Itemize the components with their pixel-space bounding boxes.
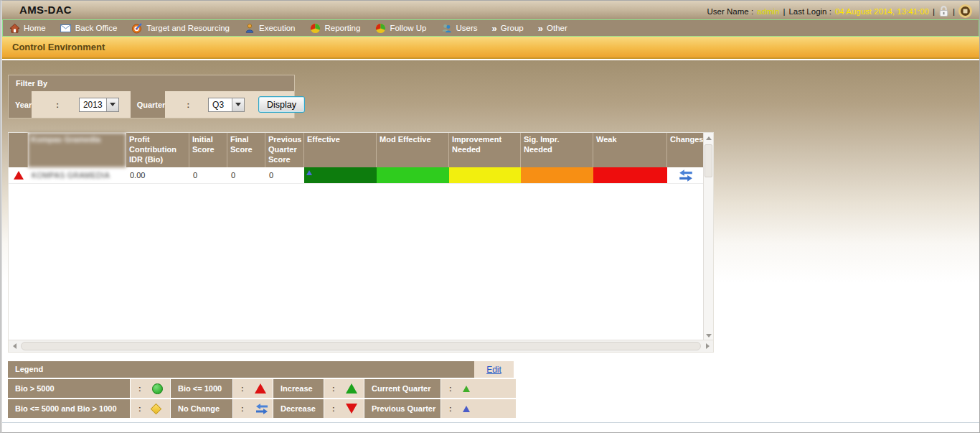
red-triangle-up-icon: [14, 171, 24, 180]
small-blue-triangle-icon: [306, 170, 312, 175]
separator: |: [953, 7, 955, 16]
legend-icon-cell: :: [131, 379, 170, 398]
horizontal-scrollbar[interactable]: [9, 340, 713, 352]
colon: :: [138, 384, 141, 393]
changes-cell: [667, 167, 704, 183]
pie-chart-icon: [374, 22, 386, 34]
menu-item-back-office[interactable]: Back Office: [60, 22, 118, 34]
company-name: KOMPAS GRAMEDIA: [32, 171, 110, 180]
legend-icon-cell: :: [441, 399, 516, 418]
legend-icon-cell: :: [233, 379, 273, 398]
column-header-weak: Weak: [593, 133, 667, 167]
colon: :: [332, 384, 335, 393]
colon: :: [56, 101, 59, 109]
content-area: Filter By Year : 2013 Quarter : Q3 Displ…: [2, 60, 979, 422]
user-name-label: User Name :: [707, 7, 754, 16]
legend-panel: Legend Edit Bio > 5000 : Bio <= 1000 : I…: [8, 361, 516, 418]
column-header-profit-contribution: Profit Contribution IDR (Bio): [126, 133, 189, 167]
vertical-scrollbar[interactable]: [703, 133, 713, 341]
small-blue-triangle-icon: [463, 406, 470, 412]
title-bar: AMS-DAC User Name : admin | Last Login :…: [2, 1, 979, 19]
menu-item-target-and-resourcing[interactable]: Target and Resourcing: [131, 22, 230, 34]
scroll-left-icon[interactable]: [9, 340, 20, 352]
logout-icon[interactable]: [958, 4, 972, 18]
users-icon: [441, 22, 453, 34]
home-icon: [9, 22, 20, 34]
improvement-needed-bar: [449, 167, 521, 183]
vertical-scrollbar-thumb[interactable]: [705, 144, 712, 177]
menu-label: Other: [547, 24, 567, 32]
mod-effective-bar: [377, 167, 449, 183]
colon: :: [332, 404, 335, 413]
separator: |: [783, 7, 785, 16]
blue-swap-arrows-icon: [678, 169, 694, 182]
last-login-label: Last Login :: [788, 7, 831, 16]
scroll-up-icon[interactable]: [704, 133, 713, 144]
column-header-final-score: Final Score: [227, 133, 265, 167]
table-header-row: Kompas Gramedia Profit Contribution IDR …: [9, 133, 704, 167]
filter-panel: Filter By Year : 2013 Quarter : Q3 Displ…: [8, 75, 295, 118]
menu-label: Execution: [259, 24, 296, 32]
colon: :: [241, 384, 244, 393]
menu-label: Home: [24, 24, 46, 32]
display-button[interactable]: Display: [258, 96, 305, 113]
results-table: Kompas Gramedia Profit Contribution IDR …: [8, 132, 714, 353]
main-menu: Home Back Office Target and Resourcing E…: [2, 19, 979, 37]
quarter-label: Quarter: [131, 91, 166, 118]
menu-item-execution[interactable]: Execution: [244, 22, 296, 34]
red-triangle-down-icon: [346, 404, 357, 414]
menu-label: Group: [501, 24, 524, 32]
legend-label-bio-gt-5000: Bio > 5000: [8, 379, 130, 398]
menu-label: Target and Resourcing: [146, 24, 230, 32]
colon: :: [241, 404, 244, 413]
chevron-down-icon[interactable]: [106, 98, 118, 111]
legend-icon-cell: :: [324, 399, 364, 418]
pie-chart-icon: [310, 22, 321, 34]
column-header-company-name: Kompas Gramedia: [28, 133, 126, 167]
edit-link[interactable]: Edit: [486, 365, 501, 375]
colon: :: [187, 101, 189, 109]
menu-item-reporting[interactable]: Reporting: [310, 22, 361, 34]
company-name-cell: KOMPAS GRAMEDIA: [28, 167, 126, 183]
effective-bar: [304, 167, 377, 183]
table-row[interactable]: KOMPAS GRAMEDIA 0.00 0 0 0: [9, 167, 704, 184]
profit-contribution-cell: 0.00: [126, 167, 189, 183]
column-header-improvement-needed: Improvement Needed: [449, 133, 521, 167]
horizontal-scrollbar-thumb[interactable]: [21, 342, 701, 350]
menu-item-home[interactable]: Home: [9, 22, 46, 34]
year-select[interactable]: 2013: [79, 98, 119, 112]
legend-label-current-quarter: Current Quarter: [364, 379, 440, 398]
menu-item-group[interactable]: » Group: [492, 23, 524, 34]
column-header-effective: Effective: [304, 133, 377, 167]
legend-label-bio-lte-1000: Bio <= 1000: [171, 379, 232, 398]
green-circle-icon: [152, 383, 163, 394]
chevron-down-icon[interactable]: [232, 98, 244, 111]
legend-icon-cell: :: [131, 399, 170, 418]
menu-item-users[interactable]: Users: [441, 22, 478, 34]
footer-strip: [2, 422, 979, 432]
legend-header: Legend Edit: [8, 361, 514, 378]
green-triangle-up-icon: [346, 383, 357, 394]
user-info: User Name : admin | Last Login : 04 Augu…: [707, 4, 972, 18]
legend-row: Bio <= 5000 and Bio > 1000 : No Change :…: [8, 399, 516, 418]
app-title: AMS-DAC: [19, 4, 72, 16]
page-title: Control Environment: [12, 42, 105, 52]
column-header-sig-impr-needed: Sig. Impr. Needed: [521, 133, 593, 167]
target-icon: [131, 22, 143, 34]
column-header-initial-score: Initial Score: [189, 133, 227, 167]
menu-label: Follow Up: [390, 24, 426, 32]
menu-label: Reporting: [325, 24, 361, 32]
column-header-previous-quarter-score: Previous Quarter Score: [265, 133, 304, 167]
year-select-value: 2013: [80, 98, 106, 111]
chevrons-icon: »: [538, 23, 543, 34]
filter-panel-title: Filter By: [9, 75, 294, 91]
scroll-right-icon[interactable]: [702, 340, 713, 352]
row-indicator-cell: [9, 167, 28, 183]
quarter-select[interactable]: Q3: [208, 98, 245, 112]
menu-item-other[interactable]: » Other: [538, 23, 567, 34]
filter-row: Year : 2013 Quarter : Q3 Display: [9, 91, 294, 118]
legend-label-decrease: Decrease: [273, 399, 324, 418]
menu-item-follow-up[interactable]: Follow Up: [374, 22, 426, 34]
lock-icon[interactable]: [938, 5, 949, 17]
colon: :: [449, 404, 452, 413]
